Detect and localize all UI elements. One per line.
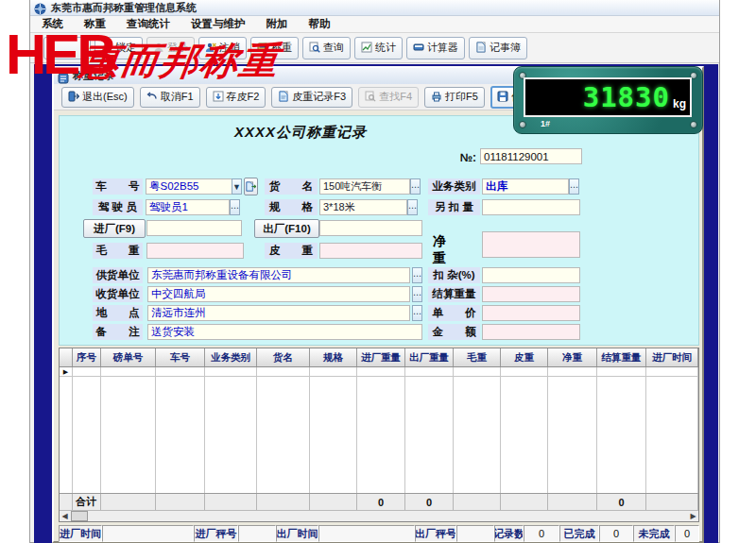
- toolbar-button-weighing-label: 称重: [271, 41, 292, 55]
- grid-col-net[interactable]: 净重: [548, 348, 597, 366]
- menu-item-weighing[interactable]: 称重: [84, 17, 106, 31]
- toolbar-button-login[interactable]: 登录: [146, 37, 195, 59]
- grid-horizontal-scrollbar[interactable]: ◀ ▶: [60, 510, 698, 521]
- chevron-down-icon[interactable]: ▼: [232, 178, 242, 195]
- driver-input[interactable]: 驾驶员1: [146, 199, 230, 215]
- table-row[interactable]: ▶: [60, 367, 698, 377]
- grid-col-ticket-no[interactable]: 磅单号: [101, 348, 156, 366]
- menubar: 系统 称重 查询统计 设置与维护 附加 帮助: [30, 16, 719, 33]
- supplier-input[interactable]: 东莞惠而邦称重设备有限公司: [147, 267, 410, 283]
- tare-records-button[interactable]: 皮重记录F3: [271, 87, 352, 108]
- receiver-input[interactable]: 中交四航局: [147, 286, 410, 302]
- in-weight-input[interactable]: [146, 220, 242, 236]
- grid-col-in-weight[interactable]: 进厂重量: [357, 348, 405, 366]
- toolbar-button-weighing[interactable]: 称重: [250, 37, 299, 59]
- net-weight-input[interactable]: [482, 231, 580, 258]
- place-lookup-button[interactable]: ⋯: [412, 305, 422, 321]
- grid-col-spec[interactable]: 规格: [310, 348, 357, 366]
- grid-total-in-time: [646, 494, 698, 510]
- print-button[interactable]: 打印F5: [424, 87, 485, 108]
- exit-button[interactable]: 退出(Esc): [61, 87, 134, 108]
- find-button[interactable]: 查找F4: [358, 87, 419, 108]
- in-weight-button[interactable]: 进厂(F9): [83, 219, 146, 238]
- toolbar-button-calculator[interactable]: 计算器: [406, 37, 465, 59]
- grid-col-plate[interactable]: 车号: [156, 348, 205, 366]
- grid-total-label: 合计: [73, 494, 101, 510]
- spec-lookup-button[interactable]: ⋯: [407, 199, 418, 215]
- menu-item-addon[interactable]: 附加: [266, 17, 288, 31]
- weight-unit: kg: [673, 97, 686, 110]
- place-input[interactable]: 清远市连州: [147, 305, 410, 321]
- app-logo-icon: [34, 2, 46, 14]
- save-tare-button[interactable]: 存皮F2: [206, 87, 266, 108]
- export-icon[interactable]: [244, 178, 258, 195]
- weight-value: 31830: [583, 84, 670, 111]
- out-weight-button[interactable]: 出厂(F10): [254, 219, 319, 238]
- lock-icon: [101, 42, 112, 55]
- toolbar-button-query[interactable]: 查询: [302, 37, 351, 59]
- goods-input[interactable]: 150吨汽车衡: [319, 178, 410, 195]
- driver-label: 驾 驶 员: [93, 199, 143, 215]
- unit-price-input[interactable]: [482, 305, 580, 321]
- plate-input[interactable]: 粤S02B55: [146, 178, 232, 195]
- receiver-lookup-button[interactable]: ⋯: [412, 286, 422, 302]
- spec-input[interactable]: 3*18米: [319, 199, 407, 215]
- tare-weight-input[interactable]: [319, 243, 422, 259]
- screen: 东莞市惠而邦称重管理信息系统 系统 称重 查询统计 设置与维护 附加 帮助 锁定: [0, 0, 756, 543]
- grid-col-settle[interactable]: 结算重量: [597, 348, 646, 366]
- record-icon: [58, 71, 69, 82]
- grid-total-biz-type: [205, 494, 257, 510]
- grid-col-seq[interactable]: 序号: [73, 348, 101, 366]
- scrollbar-thumb[interactable]: [71, 511, 88, 521]
- gross-weight-input[interactable]: [146, 243, 244, 259]
- grid-total-tare: [501, 494, 548, 510]
- goods-lookup-button[interactable]: ⋯: [410, 178, 421, 195]
- scale-icon: [257, 42, 268, 55]
- toolbar-button-obscured[interactable]: [43, 37, 91, 59]
- toolbar-button-lock[interactable]: 锁定: [94, 37, 143, 59]
- weight-indicator-panel: 31830 kg 1#: [513, 66, 703, 134]
- cancel-button[interactable]: 取消F1: [140, 87, 200, 108]
- grid-total-settle: 0: [597, 494, 646, 510]
- settle-weight-input[interactable]: [482, 286, 580, 302]
- status-label-out-scale: 出厂秤号: [415, 525, 456, 542]
- biz-type-input[interactable]: 出库: [482, 178, 569, 195]
- biz-type-lookup-button[interactable]: ⋯: [569, 178, 579, 195]
- row-indicator-header: [60, 348, 73, 366]
- toolbar-button-notebook[interactable]: 记事簿: [469, 37, 527, 59]
- grid-col-out-weight[interactable]: 出厂重量: [405, 348, 454, 366]
- scroll-right-arrow-icon[interactable]: ▶: [688, 512, 698, 520]
- amount-input[interactable]: [482, 324, 580, 340]
- menu-item-system[interactable]: 系统: [42, 17, 63, 31]
- driver-lookup-button[interactable]: ⋯: [230, 199, 240, 215]
- toolbar-button-query-label: 查询: [323, 41, 344, 55]
- deduct-pct-input[interactable]: [482, 267, 580, 283]
- scroll-left-arrow-icon[interactable]: ◀: [60, 512, 70, 520]
- status-label-in-scale: 进厂秤号: [194, 525, 238, 542]
- toolbar-button-statistics-label: 统计: [375, 41, 396, 55]
- grid-col-in-time[interactable]: 进厂时间: [646, 348, 698, 366]
- grid-header-row: 序号 磅单号 车号 业务类别 货名 规格 进厂重量 出厂重量 毛重 皮重 净重 …: [60, 348, 698, 367]
- save-tare-button-label: 存皮F2: [227, 90, 260, 104]
- status-label-uncompleted: 未完成: [633, 525, 675, 542]
- grid-col-biz-type[interactable]: 业务类别: [205, 348, 257, 366]
- serial-no-input[interactable]: 01181129001: [480, 148, 582, 164]
- toolbar-button-logout[interactable]: 注销: [198, 37, 247, 59]
- grid-col-tare[interactable]: 皮重: [501, 348, 548, 366]
- window-title: 东莞市惠而邦称重管理信息系统: [51, 1, 197, 15]
- remark-input[interactable]: 送货安装: [147, 324, 422, 340]
- weighing-record-window: 称重记录 退出(Esc) 取消F1: [52, 66, 704, 543]
- status-value-in-scale: [238, 525, 276, 542]
- out-weight-input[interactable]: [319, 220, 422, 236]
- grid-col-goods[interactable]: 货名: [257, 348, 310, 366]
- menu-item-query-statistics[interactable]: 查询统计: [127, 17, 170, 31]
- supplier-lookup-button[interactable]: ⋯: [412, 267, 422, 283]
- extra-deduct-input[interactable]: [482, 199, 580, 215]
- login-icon: [153, 42, 164, 55]
- grid-col-gross[interactable]: 毛重: [454, 348, 501, 366]
- menu-item-help[interactable]: 帮助: [309, 17, 331, 31]
- grid-total-in-weight: 0: [357, 494, 405, 510]
- toolbar-button-statistics[interactable]: 统计: [354, 37, 403, 59]
- save-tare-icon: [213, 91, 224, 104]
- menu-item-settings-maintenance[interactable]: 设置与维护: [191, 17, 246, 31]
